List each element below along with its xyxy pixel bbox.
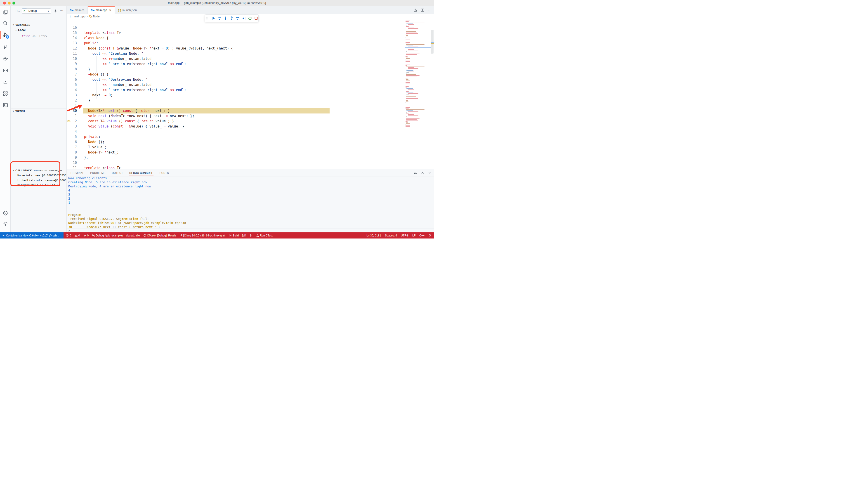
line-number[interactable]: 8 — [67, 150, 77, 155]
launch-config-dropdown[interactable]: Debug ∨ — [22, 8, 51, 13]
line-number[interactable]: 9 — [67, 155, 77, 160]
tab-main-cc[interactable]: C++main.cc — [67, 6, 88, 14]
line-number[interactable]: 5 — [67, 134, 77, 140]
import-button[interactable] — [413, 8, 417, 12]
line-number[interactable]: 16 — [67, 25, 77, 30]
debug-stop-button[interactable] — [254, 16, 258, 21]
debug-step-into-button[interactable] — [223, 16, 228, 21]
line-number[interactable]: 10 — [67, 56, 77, 61]
status-lf[interactable]: LF — [412, 234, 415, 237]
split-editor-button[interactable] — [421, 8, 425, 12]
activity-bar-item-explorer[interactable] — [0, 7, 11, 18]
panel-tab-terminal[interactable]: TERMINAL — [70, 170, 84, 176]
minimize-window-button[interactable] — [8, 2, 11, 4]
variables-section-header[interactable]: ∨ VARIABLES — [11, 22, 67, 27]
close-icon[interactable]: ✕ — [109, 8, 112, 12]
line-number[interactable]: 13 — [67, 41, 77, 46]
debug-step-out-button[interactable] — [229, 16, 234, 21]
line-number[interactable]: 11 — [67, 166, 77, 169]
status-0[interactable]: 0 — [74, 234, 80, 237]
activity-bar-item-extensions[interactable] — [0, 88, 11, 99]
line-number[interactable]: 12 — [67, 46, 77, 51]
activity-bar-item-search[interactable] — [0, 18, 11, 28]
status-bell[interactable] — [428, 234, 431, 237]
status-utf-8[interactable]: UTF-8 — [401, 234, 408, 237]
panel-tab-output[interactable]: OUTPUT — [112, 170, 123, 176]
code-line[interactable]: 8 Node<T> *next_; — [67, 150, 434, 155]
code-line[interactable]: 10 << ++number_instantiated — [67, 56, 434, 61]
code-line[interactable]: 4 — [67, 129, 434, 134]
line-number[interactable]: 5 — [67, 82, 77, 88]
panel-tab-problems[interactable]: PROBLEMS — [90, 170, 105, 176]
current-debug-line[interactable]: 30 Node<T>* next () const { return next_… — [67, 108, 434, 114]
code-line[interactable]: 8 } — [67, 67, 434, 72]
debug-console-output[interactable]: Now removing elements.Creating Node, 5 a… — [67, 177, 434, 228]
code-line[interactable]: 3 void value (const T &value) { value_ =… — [67, 124, 434, 129]
activity-bar-item-remote-explorer[interactable] — [0, 65, 11, 76]
status-run-ctest[interactable]: Run CTest — [256, 234, 273, 237]
variables-scope-local[interactable]: ∨ Local — [13, 28, 26, 32]
code-line[interactable]: 2 const T& value () const { return value… — [67, 119, 434, 124]
watch-section-header[interactable]: ∨ WATCH — [11, 109, 67, 114]
code-line[interactable]: 6 Node (); — [67, 140, 434, 145]
line-number[interactable]: 3 — [67, 124, 77, 129]
variable-this[interactable]: this: <nullptr> — [22, 34, 48, 38]
status-c[interactable]: C++ — [419, 234, 425, 237]
status-clangd-idle[interactable]: clangd: idle — [126, 234, 140, 237]
code-line[interactable]: 11template <class T> — [67, 166, 434, 169]
code-line[interactable]: 7 ~Node () { — [67, 72, 434, 77]
panel-tab-debug-console[interactable]: DEBUG CONSOLE — [129, 170, 153, 176]
activity-bar-item-run-debug[interactable]: 1 — [0, 30, 11, 40]
call-stack-section-header[interactable]: ∨ CALL STACK PAUSED ON USER REQUE... — [11, 168, 67, 173]
clear-console-button[interactable] — [414, 171, 417, 175]
line-number[interactable]: 4 — [67, 129, 77, 134]
code-line[interactable]: 14class Node { — [67, 35, 434, 41]
debug-restart-button[interactable] — [248, 16, 252, 21]
code-line[interactable]: 12 Node (const T &value, Node<T> *next =… — [67, 46, 434, 51]
code-line[interactable]: 9 << " are in existence right now" << en… — [67, 61, 434, 67]
code-line[interactable]: 9}; — [67, 155, 434, 160]
call-stack-frame[interactable]: LinkedList<int>::remove@0x000055 — [18, 179, 66, 184]
code-line[interactable]: 13public: — [67, 41, 434, 46]
line-number[interactable]: 7 — [67, 72, 77, 77]
code-line[interactable]: 15template <class T> — [67, 30, 434, 35]
code-line[interactable]: 4 << " are in existence right now" << en… — [67, 88, 434, 93]
code-line[interactable]: 5 << --number_instantiated — [67, 82, 434, 88]
code-line[interactable]: 2 } — [67, 98, 434, 103]
toolbar-drag-handle[interactable] — [205, 16, 210, 21]
call-stack-frame[interactable]: Node<int>::next@0x00005555555555 — [18, 174, 66, 179]
line-number[interactable]: 4 — [67, 88, 77, 93]
status-cmake-debug-ready[interactable]: CMake: [Debug]: Ready — [143, 234, 176, 237]
status-build[interactable]: Build — [229, 234, 239, 237]
more-actions-button[interactable] — [428, 8, 432, 12]
status-spaces-4[interactable]: Spaces: 4 — [385, 234, 397, 237]
line-number[interactable]: 14 — [67, 35, 77, 41]
line-number[interactable]: 10 — [67, 160, 77, 166]
debug-continue-button[interactable] — [211, 16, 216, 21]
activity-bar-item-docker[interactable] — [0, 53, 11, 63]
activity-bar-item-source-control[interactable] — [0, 41, 11, 52]
status-ln-30-col-1[interactable]: Ln 30, Col 1 — [366, 234, 381, 237]
close-window-button[interactable] — [3, 2, 6, 4]
tab-launch-json[interactable]: {..}launch.json — [115, 6, 140, 14]
maximize-panel-button[interactable] — [421, 171, 424, 175]
line-number[interactable]: 9 — [67, 61, 77, 67]
debug-more-actions-button[interactable]: ··· — [60, 9, 64, 13]
code-line[interactable]: 3 next_ = 0; — [67, 93, 434, 98]
activity-bar-item-accounts[interactable] — [0, 208, 11, 218]
line-number[interactable]: 1 — [67, 103, 77, 108]
code-line[interactable]: 11 cout << "Creating Node, " — [67, 51, 434, 56]
line-number[interactable]: 30 — [67, 108, 77, 114]
line-number[interactable]: 2 — [67, 98, 77, 103]
status-all[interactable]: [all] — [242, 234, 246, 237]
line-number[interactable]: 11 — [67, 51, 77, 56]
code-line[interactable]: 1 — [67, 103, 434, 108]
line-number[interactable]: 3 — [67, 93, 77, 98]
status-play-outline[interactable] — [250, 234, 253, 237]
debug-step-back-button[interactable] — [236, 16, 240, 21]
breadcrumb-file[interactable]: main.cpp — [74, 15, 86, 18]
code-line[interactable]: 6 cout << "Destroying Node, " — [67, 77, 434, 82]
line-number[interactable]: 6 — [67, 140, 77, 145]
line-number[interactable]: 8 — [67, 67, 77, 72]
line-number[interactable]: 2 — [67, 119, 77, 124]
